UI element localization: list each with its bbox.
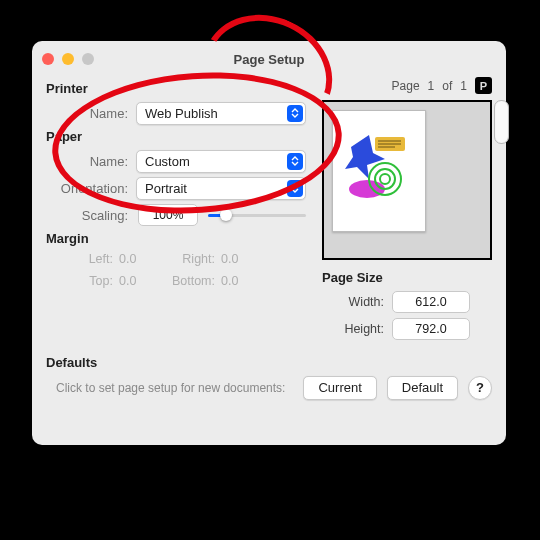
close-window-button[interactable] <box>42 53 54 65</box>
defaults-hint: Click to set page setup for new document… <box>46 381 293 395</box>
margin-top-label: Top: <box>54 274 119 288</box>
width-input[interactable]: 612.0 <box>392 291 470 313</box>
svg-point-1 <box>369 163 401 195</box>
current-button[interactable]: Current <box>303 376 376 400</box>
window-controls <box>42 53 94 65</box>
page-label: Page <box>392 79 420 93</box>
paper-name-select[interactable]: Custom <box>136 150 306 173</box>
margin-left-value: 0.0 <box>119 252 151 266</box>
window-title: Page Setup <box>32 52 506 67</box>
slider-thumb[interactable] <box>220 209 232 221</box>
printer-name-select[interactable]: Web Publish <box>136 102 306 125</box>
titlebar: Page Setup <box>32 41 506 77</box>
page-setup-dialog: Page Setup Printer Name: Web Publish Pap… <box>32 41 506 445</box>
updown-icon <box>287 180 303 197</box>
margin-top-value: 0.0 <box>119 274 151 288</box>
page-total: 1 <box>460 79 467 93</box>
pagesize-section-header: Page Size <box>322 270 492 285</box>
height-label: Height: <box>322 322 392 336</box>
preview-artwork <box>345 129 409 209</box>
paper-section-header: Paper <box>46 129 306 144</box>
page-current: 1 <box>428 79 435 93</box>
minimize-window-button[interactable] <box>62 53 74 65</box>
page-preview <box>322 100 492 260</box>
page-of-label: of <box>442 79 452 93</box>
scaling-slider[interactable] <box>208 205 306 225</box>
orientation-value: Portrait <box>145 181 187 196</box>
margin-section-header: Margin <box>46 231 306 246</box>
margin-right-value: 0.0 <box>221 252 253 266</box>
orientation-select[interactable]: Portrait <box>136 177 306 200</box>
updown-icon <box>287 153 303 170</box>
page-indicator-icon: P <box>475 77 492 94</box>
zoom-window-button[interactable] <box>82 53 94 65</box>
svg-point-3 <box>380 174 390 184</box>
svg-point-2 <box>375 169 395 189</box>
margin-bottom-value: 0.0 <box>221 274 253 288</box>
printer-name-value: Web Publish <box>145 106 218 121</box>
scaling-label: Scaling: <box>46 208 136 223</box>
orientation-label: Orientation: <box>46 181 136 196</box>
preview-sheet <box>332 110 426 232</box>
printer-section-header: Printer <box>46 81 306 96</box>
defaults-section-header: Defaults <box>46 355 492 370</box>
paper-name-label: Name: <box>46 154 136 169</box>
margin-left-label: Left: <box>54 252 119 266</box>
printer-name-label: Name: <box>46 106 136 121</box>
default-button[interactable]: Default <box>387 376 458 400</box>
margin-right-label: Right: <box>151 252 221 266</box>
preview-scrollbar[interactable] <box>494 100 509 144</box>
scaling-input[interactable]: 100% <box>138 204 198 226</box>
width-label: Width: <box>322 295 392 309</box>
paper-name-value: Custom <box>145 154 190 169</box>
margin-bottom-label: Bottom: <box>151 274 221 288</box>
help-button[interactable]: ? <box>468 376 492 400</box>
updown-icon <box>287 105 303 122</box>
height-input[interactable]: 792.0 <box>392 318 470 340</box>
svg-point-0 <box>349 180 385 198</box>
